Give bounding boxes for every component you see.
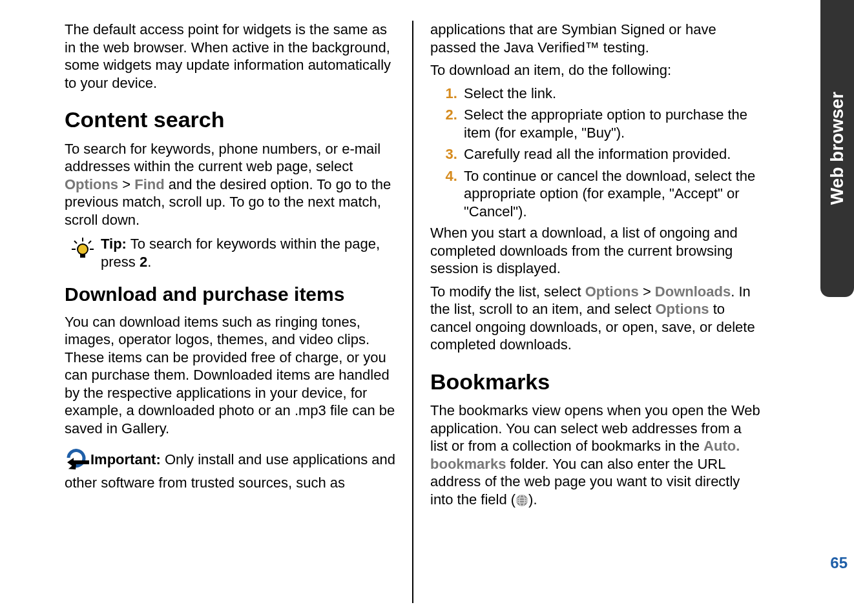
important-continued: applications that are Symbian Signed or …	[430, 21, 762, 56]
svg-point-5	[78, 244, 88, 254]
left-column: The default access point for widgets is …	[65, 21, 413, 603]
menu-options: Options	[65, 176, 118, 192]
url-field-icon	[516, 494, 528, 507]
tip-key: 2	[140, 254, 147, 270]
menu-options-3: Options	[656, 301, 709, 317]
heading-bookmarks: Bookmarks	[430, 368, 762, 396]
side-area: Web browser 65	[769, 0, 854, 616]
tip-label: Tip:	[101, 236, 127, 252]
download-intro: To download an item, do the following:	[430, 61, 762, 79]
bm-post: ).	[528, 491, 537, 508]
modify-list: To modify the list, select Options > Dow…	[430, 283, 762, 354]
step-2: Select the appropriate option to purchas…	[461, 106, 762, 141]
heading-content-search: Content search	[65, 106, 395, 134]
widgets-intro: The default access point for widgets is …	[65, 21, 395, 92]
step-3: Carefully read all the information provi…	[461, 145, 762, 163]
modify-pre: To modify the list, select	[430, 283, 585, 300]
lightbulb-icon	[65, 235, 101, 271]
tip-end: .	[147, 254, 151, 270]
svg-line-1	[74, 241, 77, 243]
tip-text: Tip: To search for keywords within the p…	[101, 235, 395, 271]
step-4: To continue or cancel the download, sele…	[461, 167, 762, 221]
download-steps: Select the link. Select the appropriate …	[430, 85, 762, 221]
search-pre: To search for keywords, phone numbers, o…	[65, 141, 380, 175]
tip-row: Tip: To search for keywords within the p…	[65, 235, 395, 271]
page-number: 65	[830, 554, 848, 572]
bookmarks-body: The bookmarks view opens when you open t…	[430, 402, 762, 508]
section-tab: Web browser	[820, 0, 854, 297]
menu-options-2: Options	[585, 283, 639, 300]
step-1: Select the link.	[461, 85, 762, 103]
content-columns: The default access point for widgets is …	[0, 0, 769, 616]
menu-downloads: Downloads	[655, 283, 731, 300]
important-block: Important: Only install and use applicat…	[65, 447, 395, 491]
svg-line-2	[89, 241, 91, 243]
content-search-body: To search for keywords, phone numbers, o…	[65, 140, 395, 229]
right-column: applications that are Symbian Signed or …	[413, 21, 762, 603]
download-note: When you start a download, a list of ong…	[430, 224, 762, 278]
heading-download: Download and purchase items	[65, 282, 395, 307]
important-label: Important:	[90, 451, 161, 467]
sep-gt: >	[118, 176, 134, 192]
svg-rect-6	[80, 254, 85, 258]
download-body: You can download items such as ringing t…	[65, 313, 395, 438]
arrow-clock-icon	[65, 447, 89, 474]
sep-gt-2: >	[639, 283, 655, 300]
section-tab-label: Web browser	[827, 92, 848, 205]
page: The default access point for widgets is …	[0, 0, 854, 616]
menu-find: Find	[134, 176, 164, 192]
